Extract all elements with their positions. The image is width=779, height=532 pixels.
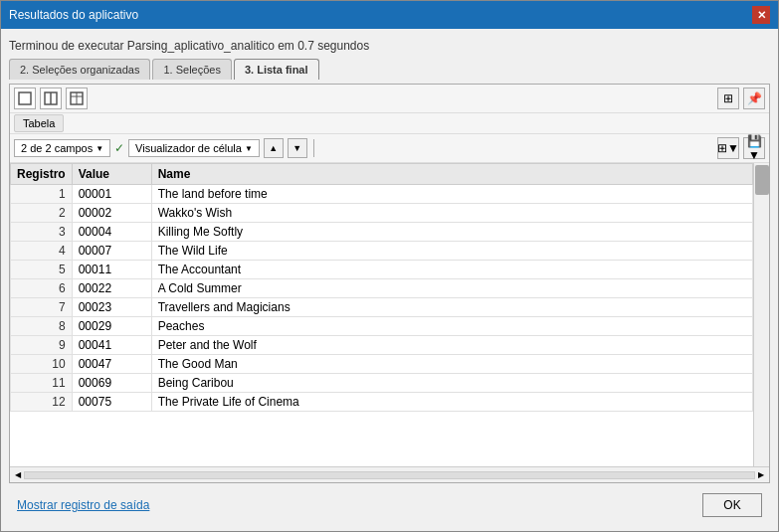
cell-name: Peaches [151, 317, 752, 336]
table-row[interactable]: 100001The land before time [11, 185, 753, 204]
show-output-link[interactable]: Mostrar registro de saída [17, 498, 149, 512]
col-value: Value [72, 164, 151, 185]
table-row[interactable]: 400007The Wild Life [11, 242, 753, 261]
cell-registro: 8 [11, 317, 73, 336]
table-row[interactable]: 300004Killing Me Softly [11, 223, 753, 242]
secondary-toolbar: 2 de 2 campos ▼ ✓ Visualizador de célula… [10, 134, 769, 163]
cell-value: 00001 [72, 185, 151, 204]
view-table-icon [70, 91, 84, 105]
col-name: Name [151, 164, 752, 185]
cell-viewer-dropdown-arrow: ▼ [245, 144, 253, 153]
cell-registro: 7 [11, 298, 73, 317]
add-field-btn[interactable]: ⊞ [717, 88, 739, 109]
ok-button[interactable]: OK [702, 493, 762, 517]
cell-registro: 9 [11, 336, 73, 355]
cell-registro: 1 [11, 185, 73, 204]
cell-name: Wakko's Wish [151, 204, 752, 223]
copy-btn[interactable]: ⊞▼ [717, 137, 739, 159]
footer: Mostrar registro de saída OK [9, 487, 770, 523]
cell-name: The land before time [151, 185, 752, 204]
cell-value: 00023 [72, 298, 151, 317]
sort-desc-btn[interactable]: ▼ [288, 138, 307, 158]
cell-value: 00029 [72, 317, 151, 336]
fields-dropdown[interactable]: 2 de 2 campos ▼ [14, 139, 110, 157]
cell-name: The Private Life of Cinema [151, 393, 752, 412]
cell-registro: 12 [11, 393, 73, 412]
table-scroll[interactable]: Registro Value Name 100001The land befor… [10, 163, 753, 466]
vertical-scrollbar[interactable] [753, 163, 769, 466]
table-row[interactable]: 600022A Cold Summer [11, 279, 753, 298]
cell-value: 00075 [72, 393, 151, 412]
check-icon: ✓ [114, 141, 124, 155]
table-header-row: Registro Value Name [11, 164, 753, 185]
tab-lista-final[interactable]: 3. Lista final [234, 59, 319, 80]
cell-value: 00011 [72, 261, 151, 279]
tabs-row: 2. Seleções organizadas 1. Seleções 3. L… [9, 59, 770, 80]
scroll-right-btn[interactable]: ▶ [755, 470, 767, 479]
cell-registro: 6 [11, 279, 73, 298]
top-toolbar: ⊞ 📌 [10, 85, 769, 113]
cell-registro: 4 [11, 242, 73, 261]
tab-selecoes-organizadas[interactable]: 2. Seleções organizadas [9, 59, 150, 80]
cell-registro: 10 [11, 355, 73, 374]
cell-name: The Good Man [151, 355, 752, 374]
inner-tab-row: Tabela [10, 113, 769, 134]
cell-viewer-dropdown[interactable]: Visualizador de célula ▼ [128, 139, 260, 157]
table-row[interactable]: 900041Peter and the Wolf [11, 336, 753, 355]
toolbar-right: ⊞ 📌 [717, 88, 765, 109]
view-split-btn[interactable] [40, 88, 62, 109]
cell-registro: 2 [11, 204, 73, 223]
window-body: Terminou de executar Parsing_aplicativo_… [1, 29, 778, 531]
cell-name: Killing Me Softly [151, 223, 752, 242]
cell-value: 00007 [72, 242, 151, 261]
view-table-btn[interactable] [66, 88, 88, 109]
col-registro: Registro [11, 164, 73, 185]
horizontal-scrollbar[interactable]: ◀ ▶ [10, 466, 769, 482]
main-window: Resultados do aplicativo ✕ Terminou de e… [0, 0, 779, 532]
cell-name: Being Caribou [151, 374, 752, 393]
status-message: Terminou de executar Parsing_aplicativo_… [9, 37, 770, 55]
table-row[interactable]: 800029Peaches [11, 317, 753, 336]
table-row[interactable]: 500011The Accountant [11, 261, 753, 279]
cell-registro: 11 [11, 374, 73, 393]
table-row[interactable]: 1000047The Good Man [11, 355, 753, 374]
table-wrapper: Registro Value Name 100001The land befor… [10, 163, 769, 466]
tab-selecoes[interactable]: 1. Seleções [152, 59, 231, 80]
sort-asc-btn[interactable]: ▲ [264, 138, 284, 158]
cell-registro: 5 [11, 261, 73, 279]
data-table: Registro Value Name 100001The land befor… [10, 163, 753, 412]
cell-value: 00002 [72, 204, 151, 223]
window-title: Resultados do aplicativo [9, 8, 138, 22]
cell-value: 00047 [72, 355, 151, 374]
separator [313, 139, 314, 157]
table-row[interactable]: 1200075The Private Life of Cinema [11, 393, 753, 412]
title-bar: Resultados do aplicativo ✕ [1, 1, 778, 29]
scroll-left-btn[interactable]: ◀ [12, 470, 24, 479]
fields-dropdown-arrow: ▼ [96, 144, 103, 153]
view-single-btn[interactable] [14, 88, 36, 109]
cell-name: Travellers and Magicians [151, 298, 752, 317]
pin-btn[interactable]: 📌 [743, 88, 765, 109]
cell-name: The Wild Life [151, 242, 752, 261]
export-btn[interactable]: 💾▼ [743, 137, 765, 159]
cell-name: A Cold Summer [151, 279, 752, 298]
close-button[interactable]: ✕ [752, 6, 770, 24]
content-area: ⊞ 📌 Tabela 2 de 2 campos ▼ ✓ Visualizado… [9, 84, 770, 483]
cell-value: 00069 [72, 374, 151, 393]
cell-name: The Accountant [151, 261, 752, 279]
table-row[interactable]: 1100069Being Caribou [11, 374, 753, 393]
view-single-icon [18, 91, 32, 105]
cell-name: Peter and the Wolf [151, 336, 752, 355]
scroll-track[interactable] [24, 471, 755, 479]
cell-value: 00004 [72, 223, 151, 242]
table-row[interactable]: 700023Travellers and Magicians [11, 298, 753, 317]
cell-registro: 3 [11, 223, 73, 242]
view-split-icon [44, 91, 58, 105]
table-row[interactable]: 200002Wakko's Wish [11, 204, 753, 223]
cell-value: 00041 [72, 336, 151, 355]
table-tab[interactable]: Tabela [14, 114, 64, 132]
svg-rect-0 [19, 92, 31, 104]
cell-value: 00022 [72, 279, 151, 298]
